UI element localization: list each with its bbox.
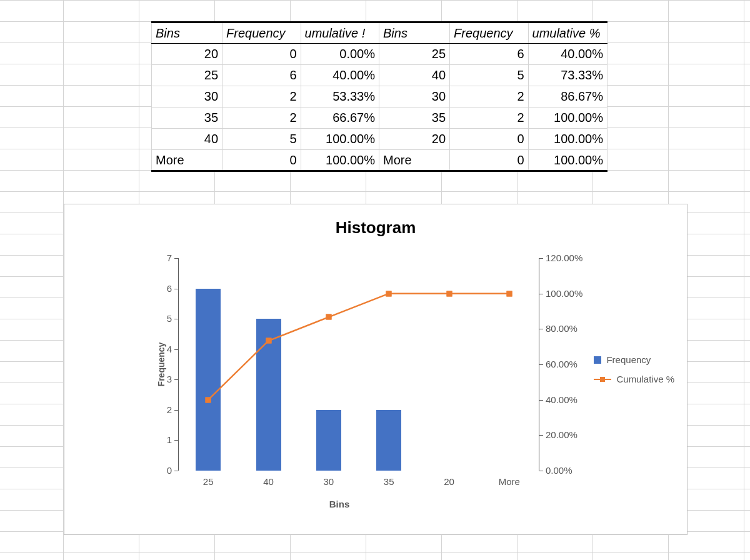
- tick-mark: [174, 440, 178, 441]
- y-right-tick: 100.00%: [546, 288, 596, 299]
- legend-cumulative: Cumulative %: [594, 374, 674, 384]
- line-marker: [326, 314, 331, 320]
- cell[interactable]: 30: [379, 86, 450, 108]
- x-tick-label: 35: [370, 476, 408, 487]
- th-freq-b[interactable]: Frequency: [450, 22, 528, 44]
- legend-line-label: Cumulative %: [616, 374, 674, 384]
- y-left-tick: 0: [147, 465, 172, 476]
- cell[interactable]: 25: [379, 44, 450, 65]
- cell[interactable]: More: [379, 150, 450, 171]
- cell[interactable]: 40: [152, 129, 222, 150]
- tick-mark: [174, 379, 178, 380]
- tick-mark: [174, 349, 178, 350]
- y-right-tick: 80.00%: [546, 323, 596, 334]
- y-right-tick: 120.00%: [546, 252, 596, 263]
- y-left-tick: 3: [147, 374, 172, 384]
- cell[interactable]: 0.00%: [301, 44, 379, 65]
- tick-mark: [539, 400, 543, 401]
- x-axis-label: Bins: [139, 499, 539, 509]
- plot-area: Frequency 01234567 0.00%20.00%40.00%60.0…: [139, 258, 539, 471]
- legend: Frequency Cumulative %: [594, 354, 674, 393]
- tick-mark: [539, 294, 543, 294]
- cell[interactable]: 2: [222, 108, 301, 129]
- cell[interactable]: 35: [379, 108, 450, 129]
- tick-mark: [539, 364, 543, 365]
- y-left-tick: 1: [147, 434, 172, 445]
- x-tick-label: 30: [310, 476, 348, 487]
- y-right-tick: 60.00%: [546, 359, 596, 369]
- cell[interactable]: 2: [450, 108, 528, 129]
- y-axis-right: [533, 258, 539, 471]
- bar-35: [376, 410, 401, 471]
- cell[interactable]: 40.00%: [528, 44, 607, 65]
- x-tick-label: 40: [250, 476, 288, 487]
- line-swatch-icon: [594, 379, 611, 380]
- cell[interactable]: 53.33%: [301, 86, 379, 108]
- line-marker: [266, 338, 271, 344]
- line-marker: [206, 397, 211, 402]
- y-right-tick: 0.00%: [546, 465, 596, 476]
- histogram-table: Bins Frequency umulative ! Bins Frequenc…: [151, 21, 608, 172]
- cell[interactable]: 2: [222, 86, 301, 108]
- y-left-tick: 6: [147, 283, 172, 294]
- tick-mark: [539, 435, 543, 436]
- tick-mark: [174, 289, 178, 289]
- bar-25: [196, 289, 221, 471]
- cell[interactable]: 100.00%: [528, 129, 607, 150]
- tick-mark: [174, 258, 178, 259]
- cell[interactable]: 6: [450, 44, 528, 65]
- cell[interactable]: 100.00%: [301, 150, 379, 171]
- y-left-tick: 5: [147, 313, 172, 324]
- cell[interactable]: 73.33%: [528, 65, 607, 86]
- cell[interactable]: 86.67%: [528, 86, 607, 108]
- cell[interactable]: 6: [222, 65, 301, 86]
- th-bins-a[interactable]: Bins: [152, 22, 222, 44]
- tick-mark: [539, 329, 543, 329]
- tick-mark: [539, 471, 543, 471]
- tick-mark: [174, 319, 178, 319]
- content: Bins Frequency umulative ! Bins Frequenc…: [0, 0, 750, 560]
- cell[interactable]: 0: [450, 129, 528, 150]
- cell[interactable]: 40: [379, 65, 450, 86]
- y-left-tick: 7: [147, 252, 172, 263]
- cell[interactable]: 100.00%: [528, 108, 607, 129]
- cell[interactable]: 30: [152, 86, 222, 108]
- cell[interactable]: 0: [450, 150, 528, 171]
- legend-bar-label: Frequency: [606, 354, 651, 365]
- x-tick-label: More: [491, 476, 528, 487]
- cell[interactable]: 20: [152, 44, 222, 65]
- cell[interactable]: 0: [222, 150, 301, 171]
- cell[interactable]: 66.67%: [301, 108, 379, 129]
- line-marker: [446, 291, 452, 296]
- legend-frequency: Frequency: [594, 354, 674, 365]
- th-freq-a[interactable]: Frequency: [222, 22, 301, 44]
- y-right-tick: 40.00%: [546, 394, 596, 405]
- y-axis-left: [178, 258, 184, 471]
- histogram-chart[interactable]: Histogram Frequency 01234567 0.00%20.00%…: [64, 204, 688, 535]
- cell[interactable]: 2: [450, 86, 528, 108]
- cell[interactable]: 35: [152, 108, 222, 129]
- y-left-tick: 4: [147, 344, 172, 354]
- cell[interactable]: 100.00%: [301, 129, 379, 150]
- x-tick-label: 20: [431, 476, 468, 487]
- tick-mark: [174, 471, 178, 471]
- tick-mark: [539, 258, 543, 259]
- x-tick-label: 25: [189, 476, 227, 487]
- cell[interactable]: 40.00%: [301, 65, 379, 86]
- cell[interactable]: 5: [222, 129, 301, 150]
- cell[interactable]: 0: [222, 44, 301, 65]
- line-marker: [506, 291, 512, 296]
- line-marker: [386, 291, 392, 296]
- cell[interactable]: 20: [379, 129, 450, 150]
- bar-30: [316, 410, 341, 471]
- chart-title: Histogram: [64, 218, 687, 238]
- cell[interactable]: 100.00%: [528, 150, 607, 171]
- bar-swatch-icon: [594, 356, 601, 364]
- y-left-tick: 2: [147, 404, 172, 415]
- th-cum-a[interactable]: umulative !: [301, 22, 379, 44]
- cell[interactable]: 5: [450, 65, 528, 86]
- cell[interactable]: 25: [152, 65, 222, 86]
- cell[interactable]: More: [152, 150, 222, 171]
- th-bins-b[interactable]: Bins: [379, 22, 450, 44]
- th-cum-b[interactable]: umulative %: [528, 22, 607, 44]
